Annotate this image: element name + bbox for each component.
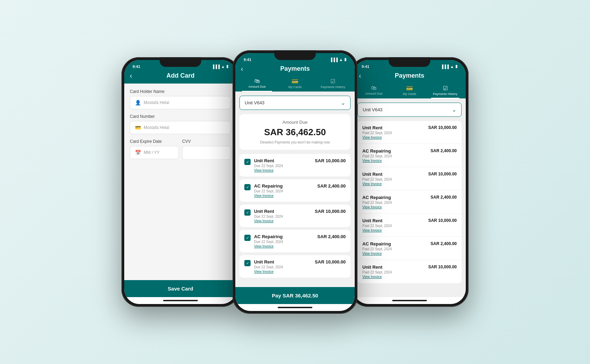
history-item-3: AC Repairing Paid 22 Sept, 2024 View Inv… bbox=[357, 191, 462, 214]
history-date-3: Paid 22 Sept, 2024 bbox=[362, 201, 392, 205]
phone-right: 9:41 ▐▐▐ ▲ ▮ ‹ Payments 🛍 Amou bbox=[351, 57, 469, 307]
notch-center bbox=[274, 50, 316, 60]
view-invoice-link-3[interactable]: View Invoice bbox=[254, 244, 314, 248]
history-amount-6: SAR 10,000.00 bbox=[428, 265, 457, 269]
view-invoice-link-0[interactable]: View Invoice bbox=[254, 168, 311, 172]
tabs-center: 🛍 Amount Due 💳 My Cards ☑ Payments Histo… bbox=[235, 77, 355, 92]
cvv-input[interactable] bbox=[182, 146, 231, 160]
history-invoice-link-3[interactable]: View Invoice bbox=[362, 205, 392, 209]
view-invoice-link-1[interactable]: View Invoice bbox=[254, 194, 314, 198]
history-date-6: Paid 22 Sept, 2024 bbox=[362, 270, 392, 274]
save-card-button[interactable]: Save Card bbox=[124, 280, 237, 297]
checkbox-0[interactable] bbox=[244, 159, 251, 165]
back-button-left[interactable]: ‹ bbox=[130, 72, 132, 80]
amount-due-card: Amount Due SAR 36,462.50 Deselect Paymen… bbox=[239, 114, 351, 150]
wifi-icon-r: ▲ bbox=[450, 64, 454, 69]
card-expire-label: Card Expire Date bbox=[130, 139, 179, 144]
view-invoice-link-4[interactable]: View Invoice bbox=[254, 270, 311, 274]
card-holder-input[interactable]: 👤 Mostafa Helal bbox=[130, 96, 231, 109]
payments-header-center: ‹ Payments bbox=[235, 63, 355, 77]
item-name-0: Unit Rent bbox=[254, 158, 311, 163]
status-icons-left: ▐▐▐ ▲ ▮ bbox=[212, 64, 228, 69]
dropdown-arrow-center: ⌄ bbox=[341, 99, 345, 106]
history-content-area: Unit V643 ⌄ Unit Rent Paid 22 Sept, 2024… bbox=[353, 98, 466, 297]
history-amount-4: SAR 10,000.00 bbox=[428, 218, 457, 223]
history-amount-0: SAR 10,000.00 bbox=[428, 125, 457, 130]
history-invoice-link-2[interactable]: View Invoice bbox=[362, 182, 392, 186]
history-info-0: Unit Rent Paid 22 Sept, 2024 View Invoic… bbox=[362, 125, 392, 139]
card-expire-input[interactable]: 📅 MM / YY bbox=[130, 146, 179, 159]
item-info-0: Unit Rent Due 22 Sept, 2024 View Invoice bbox=[254, 158, 311, 172]
item-date-3: Due 22 Sept, 2024 bbox=[254, 240, 314, 244]
payments-content: Unit V643 ⌄ Amount Due SAR 36,462.50 Des… bbox=[235, 92, 355, 287]
phone-center: 9:41 ▐▐▐ ▲ ▮ ‹ Payments 🛍 Amou bbox=[233, 50, 357, 314]
tab-my-cards[interactable]: 💳 My Cards bbox=[276, 78, 314, 92]
signal-icon-r: ▐▐▐ bbox=[441, 64, 449, 69]
history-name-0: Unit Rent bbox=[362, 125, 392, 130]
payment-item-2: Unit Rent Due 22 Sept, 2024 View Invoice… bbox=[239, 205, 351, 227]
tab-amount-due[interactable]: 🛍 Amount Due bbox=[238, 78, 276, 92]
unit-dropdown-center[interactable]: Unit V643 ⌄ bbox=[239, 96, 351, 110]
cvv-group: CVV bbox=[182, 139, 231, 160]
history-amount-2: SAR 10,000.00 bbox=[428, 172, 457, 176]
back-button-center[interactable]: ‹ bbox=[241, 65, 243, 73]
history-item-1: AC Repairing Paid 22 Sept, 2024 View Inv… bbox=[357, 144, 462, 167]
payments-history-icon: ☑ bbox=[330, 78, 335, 85]
card-number-group: Card Number 💳 Mostafa Helal bbox=[130, 114, 231, 134]
card-number-input[interactable]: 💳 Mostafa Helal bbox=[130, 121, 231, 134]
unit-dropdown-right[interactable]: Unit V643 ⌄ bbox=[357, 103, 462, 117]
history-amount-3: SAR 2,400.00 bbox=[431, 195, 457, 200]
notch-left bbox=[160, 57, 201, 67]
payment-item-4: Unit Rent Due 22 Sept, 2024 View Invoice… bbox=[239, 255, 351, 278]
item-info-4: Unit Rent Due 22 Sept, 2024 View Invoice bbox=[254, 259, 311, 274]
history-amount-1: SAR 2,400.00 bbox=[431, 148, 457, 153]
status-time-center: 9:41 bbox=[244, 58, 251, 62]
history-invoice-link-5[interactable]: View Invoice bbox=[362, 252, 392, 255]
history-name-6: Unit Rent bbox=[362, 265, 392, 270]
checkbox-1[interactable] bbox=[244, 184, 251, 190]
item-info-2: Unit Rent Due 22 Sept, 2024 View Invoice bbox=[254, 209, 311, 223]
back-button-right[interactable]: ‹ bbox=[359, 72, 361, 80]
tab-amount-due-right[interactable]: 🛍 Amount Due bbox=[356, 85, 392, 98]
view-invoice-link-2[interactable]: View Invoice bbox=[254, 219, 311, 223]
amount-due-label: Amount Due bbox=[245, 120, 345, 125]
history-item-2: Unit Rent Paid 22 Sept, 2024 View Invoic… bbox=[357, 167, 462, 190]
history-item-6: Unit Rent Paid 22 Sept, 2024 View Invoic… bbox=[357, 260, 462, 283]
status-icons-right: ▐▐▐ ▲ ▮ bbox=[441, 64, 457, 69]
checkbox-3[interactable] bbox=[244, 235, 251, 241]
item-amount-2: SAR 10,000.00 bbox=[315, 209, 346, 214]
spacer-left bbox=[124, 188, 237, 280]
card-icon: 💳 bbox=[135, 125, 141, 130]
tab-amount-due-label-r: Amount Due bbox=[365, 92, 382, 95]
tab-payments-history[interactable]: ☑ Payments History bbox=[314, 78, 352, 92]
item-amount-0: SAR 10,000.00 bbox=[315, 158, 346, 163]
payments-title-center: Payments bbox=[280, 65, 310, 72]
payments-title-right: Payments bbox=[395, 72, 424, 79]
screen-left: 9:41 ▐▐▐ ▲ ▮ ‹ Add Card Card Holder Name bbox=[124, 60, 237, 304]
item-name-1: AC Repairing bbox=[254, 183, 314, 189]
notch-right bbox=[389, 57, 430, 67]
amount-due-icon-r: 🛍 bbox=[371, 85, 377, 91]
history-invoice-link-6[interactable]: View Invoice bbox=[362, 275, 392, 279]
card-holder-group: Card Holder Name 👤 Mostafa Helal bbox=[130, 89, 231, 109]
history-invoice-link-4[interactable]: View Invoice bbox=[362, 228, 392, 232]
item-date-2: Due 22 Sept, 2024 bbox=[254, 215, 311, 218]
card-number-value: Mostafa Helal bbox=[144, 125, 169, 130]
history-invoice-link-0[interactable]: View Invoice bbox=[362, 136, 392, 139]
history-date-4: Paid 22 Sept, 2024 bbox=[362, 224, 392, 228]
checkbox-4[interactable] bbox=[244, 260, 251, 266]
dropdown-value-right: Unit V643 bbox=[363, 107, 382, 112]
checkbox-2[interactable] bbox=[244, 209, 251, 216]
pay-button[interactable]: Pay SAR 36,462.50 bbox=[235, 287, 355, 304]
history-invoice-link-1[interactable]: View Invoice bbox=[362, 159, 392, 163]
dropdown-value-center: Unit V643 bbox=[245, 100, 264, 105]
cvv-label: CVV bbox=[182, 139, 231, 144]
tab-payments-history-right[interactable]: ☑ Payments History bbox=[427, 85, 463, 98]
history-date-5: Paid 22 Sept, 2024 bbox=[362, 247, 392, 251]
person-icon: 👤 bbox=[135, 100, 141, 105]
item-amount-4: SAR 10,000.00 bbox=[315, 259, 346, 265]
history-name-1: AC Repairing bbox=[362, 148, 392, 154]
history-info-4: Unit Rent Paid 22 Sept, 2024 View Invoic… bbox=[362, 218, 392, 232]
wifi-icon-c: ▲ bbox=[339, 58, 343, 62]
tab-my-cards-right[interactable]: 💳 My Cards bbox=[392, 85, 428, 98]
